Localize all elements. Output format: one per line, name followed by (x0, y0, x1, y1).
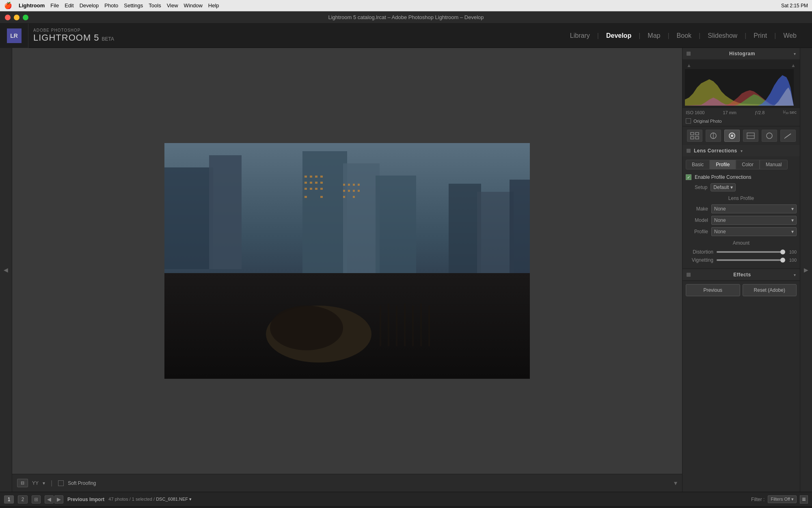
filter-label: Filter : (751, 497, 764, 502)
window-title: Lightroom 5 catalog.lrcat – Adobe Photos… (328, 14, 484, 20)
distortion-slider[interactable] (717, 251, 783, 253)
svg-rect-49 (695, 132, 699, 135)
profile-dropdown[interactable]: None ▾ (711, 227, 797, 236)
vignetting-slider[interactable] (717, 259, 783, 261)
setup-dropdown[interactable]: Default ▾ (710, 183, 735, 191)
filmstrip-grid-btn[interactable]: ⊞ (32, 495, 41, 504)
vignetting-value: 100 (786, 258, 797, 263)
right-panel-toggle[interactable]: ▶ (800, 48, 812, 492)
nav-library[interactable]: Library (563, 32, 597, 39)
menu-help[interactable]: Help (208, 2, 219, 9)
svg-rect-23 (343, 184, 345, 186)
nav-next-arrow[interactable]: ▶ (54, 495, 63, 504)
tab-color[interactable]: Color (736, 160, 760, 169)
menu-photo[interactable]: Photo (104, 2, 118, 9)
filmstrip-toolbar: 1 2 ⊞ ◀ ▶ Previous Import 47 photos / 1 … (0, 492, 812, 507)
maximize-button[interactable] (23, 15, 28, 20)
close-button[interactable] (5, 15, 11, 20)
distortion-row: Distortion 100 (686, 249, 797, 255)
filter-dropdown[interactable]: Filters Off ▾ (768, 495, 797, 503)
filmstrip-tab-2[interactable]: 2 (18, 495, 28, 504)
menu-settings[interactable]: Settings (124, 2, 143, 9)
minimize-button[interactable] (14, 15, 19, 20)
nav-print[interactable]: Print (746, 32, 774, 39)
svg-rect-7 (477, 192, 514, 273)
svg-rect-51 (695, 137, 699, 139)
lens-corrections-header[interactable]: Lens Corrections ▾ (682, 145, 800, 156)
svg-rect-50 (691, 137, 694, 139)
filmstrip-tab-1[interactable]: 1 (4, 495, 14, 504)
hist-arrows: ▲ ▲ (685, 62, 797, 69)
tools-row (682, 126, 800, 145)
enable-profile-checkbox[interactable]: ✓ (686, 174, 691, 180)
gradient-tool[interactable] (743, 130, 758, 142)
menu-view[interactable]: View (167, 2, 178, 9)
apple-menu[interactable]: 🍎 (4, 2, 12, 9)
effects-header[interactable]: Effects ▾ (682, 269, 800, 280)
histogram-collapse[interactable] (687, 52, 691, 56)
crop-tool[interactable] (706, 130, 721, 142)
hist-shadow-warning[interactable]: ▲ (687, 63, 691, 68)
previous-button[interactable]: Previous (686, 284, 740, 296)
heal-tool[interactable] (724, 130, 740, 142)
main-layout: ◀ (0, 48, 812, 492)
nav-web[interactable]: Web (776, 32, 804, 39)
adjustment-brush[interactable] (780, 130, 796, 142)
view-mode-btn[interactable]: ⊟ (17, 479, 28, 487)
filmstrip-expand[interactable]: ≡ (800, 495, 808, 504)
left-panel-toggle[interactable]: ◀ (0, 48, 12, 492)
nav-book[interactable]: Book (669, 32, 699, 39)
histogram-arrow[interactable]: ▾ (794, 52, 796, 56)
svg-rect-45 (412, 306, 414, 346)
focal-value: 17 mm (723, 110, 736, 115)
lens-content: ✓ Enable Profile Corrections Setup Defau… (682, 171, 800, 269)
tab-basic[interactable]: Basic (686, 160, 710, 169)
menu-lightroom[interactable]: Lightroom (19, 2, 45, 9)
make-dropdown[interactable]: None ▾ (711, 204, 797, 213)
tab-manual[interactable]: Manual (760, 160, 788, 169)
svg-point-58 (767, 133, 772, 139)
svg-rect-46 (420, 304, 422, 346)
svg-rect-1 (164, 167, 213, 269)
radial-tool[interactable] (762, 130, 777, 142)
setup-row: Setup Default ▾ (686, 183, 797, 191)
svg-rect-10 (310, 176, 312, 178)
amount-section: Amount Distortion 100 Vignetting (686, 240, 797, 263)
make-label: Make (686, 206, 708, 212)
menu-tools[interactable]: Tools (149, 2, 161, 9)
svg-rect-32 (353, 196, 355, 198)
tab-profile[interactable]: Profile (710, 160, 736, 169)
original-photo-checkbox[interactable] (686, 118, 691, 124)
histogram-area: ▲ ▲ (682, 59, 800, 108)
soft-proof-checkbox[interactable] (58, 480, 64, 486)
hist-highlight-warning[interactable]: ▲ (791, 63, 796, 68)
expand-btn[interactable]: ▾ (674, 479, 677, 487)
svg-rect-4 (343, 163, 380, 277)
nav-prev-arrow[interactable]: ◀ (45, 495, 54, 504)
lens-collapse-btn[interactable] (687, 149, 691, 153)
filmstrip: 1 2 ⊞ ◀ ▶ Previous Import 47 photos / 1 … (0, 492, 812, 508)
effects-section: Effects ▾ (682, 269, 800, 281)
menu-develop[interactable]: Develop (80, 2, 99, 9)
photo-count: 47 photos / 1 selected / DSC_6081.NEF ▾ (108, 497, 192, 502)
distortion-label: Distortion (686, 249, 713, 255)
model-label: Model (686, 217, 708, 223)
filter-area: Filter : Filters Off ▾ ≡ (751, 495, 808, 504)
svg-rect-24 (348, 184, 350, 186)
reset-button[interactable]: Reset (Adobe) (743, 284, 797, 296)
grid-tool[interactable] (687, 130, 702, 142)
histogram-header[interactable]: Histogram ▾ (682, 48, 800, 59)
nav-slideshow[interactable]: Slideshow (700, 32, 745, 39)
menu-window[interactable]: Window (184, 2, 203, 9)
nav-map[interactable]: Map (640, 32, 667, 39)
photo-viewer (12, 48, 682, 474)
effects-collapse-btn[interactable] (687, 273, 691, 277)
model-dropdown[interactable]: None ▾ (711, 216, 797, 225)
toolbar-dropdown[interactable]: ▾ (43, 480, 45, 486)
action-buttons: Previous Reset (Adobe) (682, 281, 800, 300)
svg-rect-21 (304, 196, 307, 198)
svg-rect-43 (396, 306, 397, 346)
nav-develop[interactable]: Develop (599, 32, 639, 39)
menu-file[interactable]: File (50, 2, 59, 9)
menu-edit[interactable]: Edit (65, 2, 73, 9)
